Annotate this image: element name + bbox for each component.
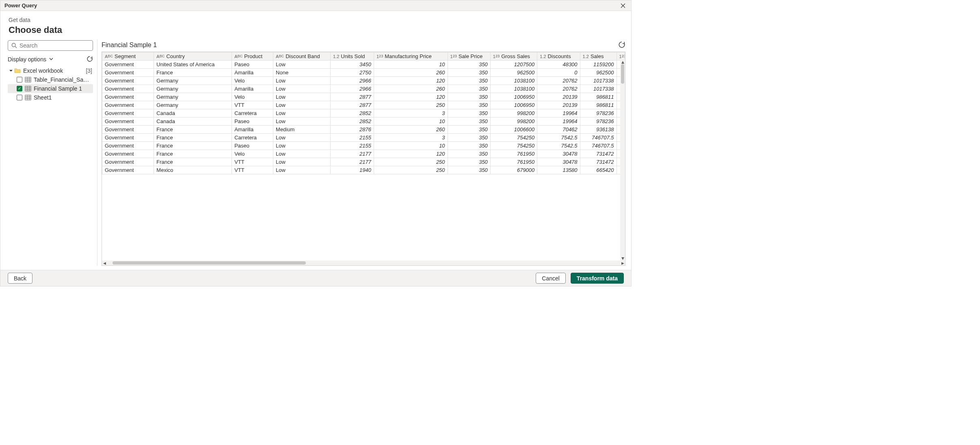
table-cell[interactable]: Mexico xyxy=(154,166,232,174)
table-cell[interactable]: 20139 xyxy=(537,101,580,109)
table-cell[interactable]: Germany xyxy=(154,101,232,109)
column-header[interactable]: ABCDiscount Band xyxy=(273,52,331,61)
table-cell[interactable]: 48300 xyxy=(537,61,580,69)
column-header[interactable]: ABCSegment xyxy=(102,52,154,61)
table-cell[interactable]: 10 xyxy=(374,61,448,69)
table-cell[interactable]: Low xyxy=(273,158,331,166)
scroll-left-icon[interactable]: ◂ xyxy=(102,260,107,265)
table-cell[interactable]: 1207500 xyxy=(490,61,537,69)
table-cell[interactable]: Carretera xyxy=(232,134,273,142)
table-cell[interactable]: 19964 xyxy=(537,109,580,117)
table-cell[interactable]: Government xyxy=(102,77,154,85)
table-cell[interactable]: 1038100 xyxy=(490,85,537,93)
table-cell[interactable]: Low xyxy=(273,93,331,101)
table-cell[interactable]: Government xyxy=(102,69,154,77)
table-cell[interactable]: France xyxy=(154,134,232,142)
table-cell[interactable]: 998200 xyxy=(490,109,537,117)
table-cell[interactable]: 20762 xyxy=(537,77,580,85)
table-cell[interactable]: 2750 xyxy=(330,69,374,77)
table-cell[interactable]: Amarilla xyxy=(232,69,273,77)
table-cell[interactable]: Canada xyxy=(154,109,232,117)
vscroll-thumb[interactable] xyxy=(621,64,624,84)
tree-checkbox[interactable] xyxy=(17,77,22,82)
table-cell[interactable]: 665420 xyxy=(580,166,617,174)
table-cell[interactable]: 3 xyxy=(374,109,448,117)
table-cell[interactable]: 30478 xyxy=(537,150,580,158)
table-cell[interactable]: Low xyxy=(273,61,331,69)
table-cell[interactable]: 70462 xyxy=(537,126,580,134)
table-cell[interactable]: Low xyxy=(273,85,331,93)
table-cell[interactable]: 2877 xyxy=(330,101,374,109)
expand-collapse-icon[interactable] xyxy=(9,69,13,73)
vscroll-track[interactable] xyxy=(620,64,625,256)
table-cell[interactable]: France xyxy=(154,158,232,166)
table-cell[interactable]: 350 xyxy=(448,134,490,142)
pane-divider[interactable] xyxy=(97,39,97,266)
table-cell[interactable]: 986811 xyxy=(580,101,617,109)
horizontal-scrollbar[interactable]: ◂ ▸ xyxy=(102,260,625,265)
table-cell[interactable]: 350 xyxy=(448,117,490,126)
table-row[interactable]: GovernmentFranceVTTLow217725035076195030… xyxy=(102,158,625,166)
table-cell[interactable]: Low xyxy=(273,101,331,109)
table-cell[interactable]: 350 xyxy=(448,93,490,101)
table-cell[interactable]: Low xyxy=(273,109,331,117)
table-cell[interactable]: 350 xyxy=(448,61,490,69)
search-field[interactable] xyxy=(19,42,91,49)
table-cell[interactable]: 986811 xyxy=(580,93,617,101)
table-cell[interactable]: 1159200 xyxy=(580,61,617,69)
table-cell[interactable]: Government xyxy=(102,142,154,150)
table-cell[interactable]: 250 xyxy=(374,166,448,174)
column-header[interactable]: 123Manufacturing Price xyxy=(374,52,448,61)
table-cell[interactable]: 2876 xyxy=(330,126,374,134)
table-cell[interactable]: Government xyxy=(102,109,154,117)
table-cell[interactable]: 962500 xyxy=(580,69,617,77)
refresh-preview-icon[interactable] xyxy=(618,41,625,50)
table-cell[interactable]: 731472 xyxy=(580,150,617,158)
table-cell[interactable]: Low xyxy=(273,142,331,150)
table-cell[interactable]: 1038100 xyxy=(490,77,537,85)
table-cell[interactable]: 2852 xyxy=(330,117,374,126)
table-row[interactable]: GovernmentGermanyVeloLow2966120350103810… xyxy=(102,77,625,85)
display-options[interactable]: Display options xyxy=(8,54,93,65)
table-cell[interactable]: 3450 xyxy=(330,61,374,69)
table-cell[interactable]: 350 xyxy=(448,69,490,77)
table-cell[interactable]: 13580 xyxy=(537,166,580,174)
table-cell[interactable]: 7542.5 xyxy=(537,134,580,142)
table-cell[interactable]: Paseo xyxy=(232,117,273,126)
table-cell[interactable]: 260 xyxy=(374,126,448,134)
table-cell[interactable]: 2155 xyxy=(330,134,374,142)
table-cell[interactable]: 746707.5 xyxy=(580,134,617,142)
table-cell[interactable]: Government xyxy=(102,134,154,142)
table-cell[interactable]: 7542.5 xyxy=(537,142,580,150)
table-cell[interactable]: 1940 xyxy=(330,166,374,174)
table-cell[interactable]: Amarilla xyxy=(232,85,273,93)
vertical-scrollbar[interactable]: ▴ ▾ xyxy=(620,59,625,260)
close-icon[interactable] xyxy=(619,2,627,10)
search-input[interactable] xyxy=(8,40,93,51)
table-cell[interactable]: 2852 xyxy=(330,109,374,117)
table-cell[interactable]: Government xyxy=(102,166,154,174)
table-cell[interactable]: France xyxy=(154,69,232,77)
tree-checkbox[interactable] xyxy=(17,95,22,100)
column-header[interactable]: 1.2Sales xyxy=(580,52,617,61)
column-header[interactable]: 123Gross Sales xyxy=(490,52,537,61)
table-cell[interactable]: Germany xyxy=(154,93,232,101)
table-cell[interactable]: 679000 xyxy=(490,166,537,174)
table-row[interactable]: GovernmentFranceCarreteraLow215533507542… xyxy=(102,134,625,142)
table-cell[interactable]: 936138 xyxy=(580,126,617,134)
table-cell[interactable]: 350 xyxy=(448,109,490,117)
table-row[interactable]: GovernmentFranceAmarillaNone275026035096… xyxy=(102,69,625,77)
hscroll-thumb[interactable] xyxy=(112,261,306,265)
table-cell[interactable]: VTT xyxy=(232,101,273,109)
table-cell[interactable]: 754250 xyxy=(490,142,537,150)
table-cell[interactable]: 350 xyxy=(448,126,490,134)
table-cell[interactable]: 1006600 xyxy=(490,126,537,134)
table-cell[interactable]: 120 xyxy=(374,150,448,158)
table-cell[interactable]: 260 xyxy=(374,85,448,93)
table-cell[interactable]: 2177 xyxy=(330,158,374,166)
table-cell[interactable]: 250 xyxy=(374,158,448,166)
table-cell[interactable]: 978236 xyxy=(580,117,617,126)
table-cell[interactable]: 0 xyxy=(537,69,580,77)
table-cell[interactable]: France xyxy=(154,142,232,150)
table-cell[interactable]: 2966 xyxy=(330,77,374,85)
